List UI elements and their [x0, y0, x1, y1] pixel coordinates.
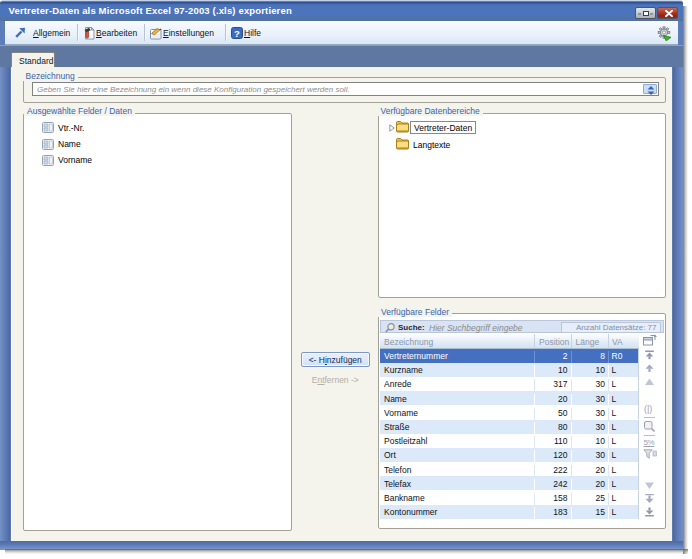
svg-text:?: ? [234, 27, 240, 38]
